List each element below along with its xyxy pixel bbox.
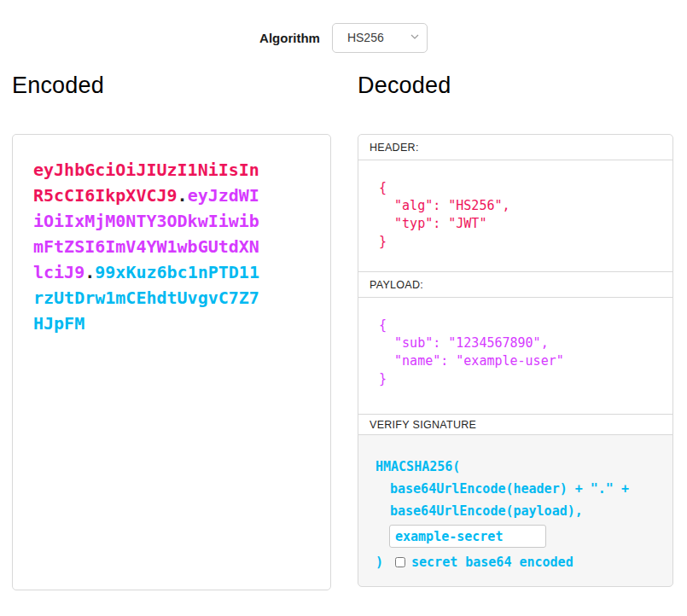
- token-dot-2: .: [84, 262, 95, 282]
- secret-base64-label[interactable]: secret base64 encoded: [411, 551, 573, 573]
- header-json-line: }: [379, 233, 652, 251]
- encoded-column: Encoded eyJhbGciOiJIUzI1NiIsInR5cCI6IkpX…: [12, 72, 331, 590]
- jwt-token-text[interactable]: eyJhbGciOiJIUzI1NiIsInR5cCI6IkpXVCJ9.eyJ…: [33, 157, 262, 336]
- payload-json-line: {: [379, 317, 652, 334]
- algorithm-select[interactable]: HS256: [332, 23, 428, 53]
- algorithm-label: Algorithm: [259, 31, 320, 45]
- verify-signature-panel: HMACSHA256( base64UrlEncode(header) + ".…: [358, 434, 673, 587]
- signature-code-line: HMACSHA256(: [376, 456, 655, 478]
- header-json-line: {: [379, 179, 652, 197]
- payload-json-line: "sub": "1234567890",: [379, 334, 652, 352]
- signature-close-paren: ): [376, 551, 383, 573]
- header-json-line: "alg": "HS256",: [379, 197, 652, 215]
- main-columns: Encoded eyJhbGciOiJIUzI1NiIsInR5cCI6IkpX…: [0, 72, 687, 590]
- verify-signature-label: VERIFY SIGNATURE: [358, 414, 673, 435]
- encoded-token-editor[interactable]: eyJhbGciOiJIUzI1NiIsInR5cCI6IkpXVCJ9.eyJ…: [12, 134, 331, 590]
- signature-code-line: base64UrlEncode(payload),: [376, 500, 655, 522]
- payload-json-line: "name": "example-user": [379, 352, 652, 370]
- payload-json-editor[interactable]: { "sub": "1234567890", "name": "example-…: [358, 297, 673, 415]
- header-json-line: "typ": "JWT": [379, 215, 652, 233]
- algorithm-row: Algorithm HS256: [0, 0, 687, 53]
- signature-close-row: ) secret base64 encoded: [376, 551, 655, 573]
- header-section-label: HEADER:: [358, 134, 673, 160]
- algorithm-select-wrap: HS256: [332, 23, 428, 53]
- token-dot-1: .: [178, 185, 188, 206]
- secret-base64-checkbox[interactable]: [395, 557, 405, 567]
- decoded-panel: HEADER: { "alg": "HS256", "typ": "JWT" }…: [358, 134, 673, 587]
- header-json-editor[interactable]: { "alg": "HS256", "typ": "JWT" }: [358, 160, 673, 272]
- decoded-column: Decoded HEADER: { "alg": "HS256", "typ":…: [358, 72, 673, 590]
- payload-section-label: PAYLOAD:: [358, 271, 673, 298]
- decoded-title: Decoded: [358, 72, 673, 100]
- secret-input[interactable]: [389, 525, 546, 548]
- payload-json-line: }: [379, 370, 652, 388]
- encoded-title: Encoded: [12, 72, 331, 100]
- signature-code-line: base64UrlEncode(header) + "." +: [376, 478, 655, 500]
